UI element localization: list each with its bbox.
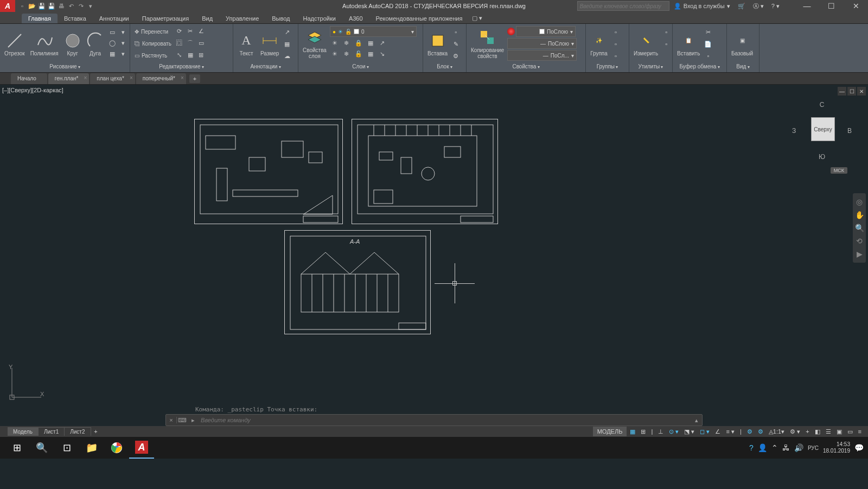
wcs-label[interactable]: МСК [831,167,847,174]
ribbon-tab-manage[interactable]: Управление [219,14,265,23]
save-icon[interactable]: 💾 [37,1,47,11]
group-button[interactable]: ✨Группа [588,25,610,63]
clock[interactable]: 14:53 18.01.2019 [823,441,850,454]
base-view-button[interactable]: ▣Базовый [729,25,755,63]
text-button[interactable]: AТекст [235,25,257,63]
taskview-icon[interactable]: ⊡ [54,437,79,459]
anno-scale[interactable]: ◬ 1:1 ▾ [767,427,787,436]
ribbon-tab-insert[interactable]: Вставка [58,14,93,23]
polyline-button[interactable]: Полилиния [28,25,61,63]
stretch-button[interactable]: ▭Растянуть [132,50,174,61]
dimension-button[interactable]: Размер [258,25,281,63]
app-logo[interactable]: A [0,0,15,12]
saveas-icon[interactable]: 💾 [47,1,56,11]
chrome-icon[interactable] [104,437,129,459]
search-input[interactable] [577,1,669,11]
ribbon-tab-parametric[interactable]: Параметризация [136,14,195,23]
lineweight-dropdown[interactable]: — ПоСлою ▾ [507,38,577,49]
g3[interactable]: ▫ [611,51,621,61]
plus-icon[interactable]: + [803,427,811,436]
mirror-icon[interactable]: ⿴ [175,38,184,48]
nav-orbit-icon[interactable]: ⟲ [853,234,866,247]
panel-utilities-label[interactable]: Утилиты [631,63,670,72]
layout-tab-2[interactable]: Лист2 [65,427,91,436]
u2[interactable]: ▫ [661,39,671,49]
move-button[interactable]: ✥Перенести [132,26,174,37]
b1[interactable]: ▫ [451,27,461,37]
chevron-up-icon[interactable]: ⌃ [771,443,778,452]
l6[interactable]: ☀ [330,49,340,59]
grid-icon[interactable]: ▦ [628,427,637,436]
layer-dropdown[interactable]: ● ☀ 🔓 0 ▾ [330,26,417,37]
maximize-button[interactable]: ☐ [819,0,844,12]
b3[interactable]: ⚙ [451,51,461,61]
ribbon-tab-a360[interactable]: A360 [342,14,369,23]
vp-min-icon[interactable]: — [838,87,846,96]
panel-modify-label[interactable]: Редактирование [132,63,231,72]
clean-screen-icon[interactable]: ▭ [845,427,855,436]
iso-icon[interactable]: ⬔ ▾ [682,427,697,436]
panel-draw-label[interactable]: Рисование [2,63,127,72]
match-props-button[interactable]: Копирование свойств [469,25,506,63]
redo-icon[interactable]: ↷ [76,1,86,11]
nav-pan-icon[interactable]: ✋ [853,208,866,221]
snap-icon[interactable]: ⊞ [639,427,648,436]
l8[interactable]: 🔓 [354,49,363,59]
notifications-icon[interactable]: 💬 [854,443,864,452]
ribbon-tab-addins[interactable]: Надстройки [297,14,342,23]
table-icon[interactable]: ▦ [282,39,292,49]
b2[interactable]: ✎ [451,39,461,49]
ribbon-tab-featured[interactable]: Рекомендованные приложения [369,14,469,23]
m1[interactable]: ∠ [196,26,206,36]
c1[interactable]: ✂ [703,27,713,37]
command-input[interactable] [199,417,691,423]
ribbon-tab-home[interactable]: Главная [22,14,58,23]
ribbon-tab-output[interactable]: Вывод [265,14,296,23]
nav-showmotion-icon[interactable]: ▶ [853,247,866,261]
viewport-label[interactable]: [–][Сверху][2D-каркас] [2,87,63,93]
new-icon[interactable]: ▫ [17,1,27,11]
exchange-icon[interactable]: 🛒 [735,1,749,11]
cmd-close-icon[interactable]: × [166,417,177,423]
network-icon[interactable]: 🖧 [782,443,790,452]
layout-tab-1[interactable]: Лист1 [39,427,65,436]
cloud-icon[interactable]: ☁ [282,51,292,61]
s1[interactable]: ⚙ [745,427,755,436]
measure-button[interactable]: 📏Измерить [631,25,660,63]
color-dropdown[interactable]: ПоСлою ▾ [516,26,576,37]
insert-block-button[interactable]: Вставка [425,25,450,63]
fillet-icon[interactable]: ⌒ [186,38,195,48]
g1[interactable]: ▫ [611,27,621,37]
compass-east[interactable]: В [847,127,852,135]
vp-max-icon[interactable]: ☐ [847,87,856,96]
customize-icon[interactable]: ≡ [856,427,864,436]
l10[interactable]: ↘ [378,49,387,59]
explorer-icon[interactable]: 📁 [79,437,104,459]
layer-props-button[interactable]: Свойства слоя [301,25,329,63]
hatch-icon[interactable]: ▦ [107,49,117,59]
autocad-task-icon[interactable]: A [129,437,154,459]
m2[interactable]: ▭ [196,38,206,48]
file-tab-plan[interactable]: план цеха*× [90,73,135,84]
help-icon[interactable]: ? ▾ [768,1,783,11]
copy-button[interactable]: ⿻Копировать [132,38,174,49]
lang-indicator[interactable]: РУС [808,445,819,451]
c2[interactable]: 📄 [703,39,713,49]
add-file-tab[interactable]: + [189,74,200,83]
file-tab-genplan[interactable]: ген.план*× [48,73,90,84]
l9[interactable]: ▦ [366,49,375,59]
circle-button[interactable]: Круг [62,25,84,63]
viewcube[interactable]: С Ю В З Сверху [792,101,852,161]
file-tab-start[interactable]: Начало [11,73,47,84]
panel-layers-label[interactable]: Слои [301,63,420,72]
m3[interactable]: ⊞ [196,50,206,60]
model-space-button[interactable]: МОДЕЛЬ [593,427,627,436]
u1[interactable]: ▫ [661,27,671,37]
start-button[interactable]: ⊞ [4,437,29,459]
panel-view-label[interactable]: Вид [729,63,757,72]
panel-clipboard-label[interactable]: Буфер обмена [675,63,724,72]
scale-icon[interactable]: ⤡ [175,50,184,60]
polar-icon[interactable]: ⊙ ▾ [667,427,681,436]
compass-south[interactable]: Ю [819,153,825,161]
file-tab-cross[interactable]: поперечный*× [136,73,186,84]
